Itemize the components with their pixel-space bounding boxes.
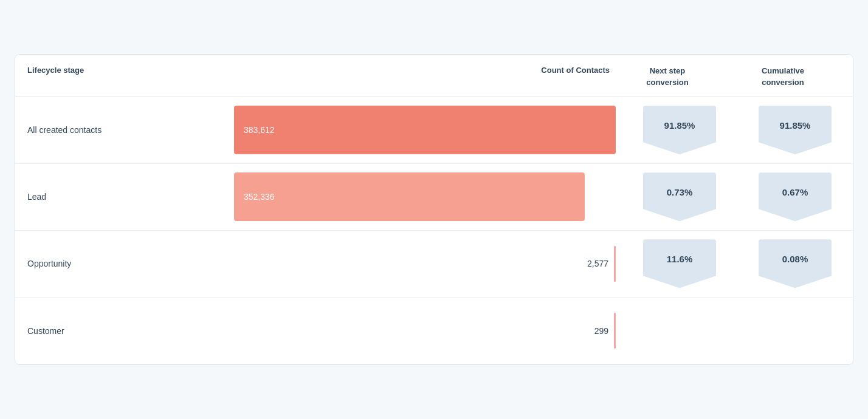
bar-count-all-created: 383,612: [244, 125, 275, 135]
cumulative-badge-opportunity: 0.08%: [759, 239, 832, 288]
table-row: Opportunity 2,577 11.6% 0.08%: [15, 231, 853, 298]
bar-count-lead: 352,336: [244, 192, 275, 202]
bar-cell-lead: 352,336: [234, 166, 622, 228]
next-step-cell-all-created: 91.85%: [622, 100, 737, 160]
cumulative-empty-customer: [737, 325, 853, 337]
row-label-customer: Customer: [15, 314, 234, 348]
bar-count-customer: 299: [594, 326, 608, 336]
funnel-table: Lifecycle stage Count of Contacts Next s…: [15, 54, 853, 364]
bar-cell-all-created: 383,612: [234, 99, 622, 161]
cumulative-cell-lead: 0.67%: [737, 166, 853, 227]
header-cumulative: Cumulative conversion: [725, 66, 841, 87]
header-next-step: Next step conversion: [610, 66, 725, 87]
next-step-badge-opportunity: 11.6%: [643, 239, 716, 288]
bar-count-opportunity: 2,577: [587, 259, 608, 268]
bar-cell-opportunity: 2,577: [234, 233, 622, 295]
header-lifecycle-stage: Lifecycle stage: [27, 66, 246, 87]
row-label-all-created: All created contacts: [15, 113, 234, 147]
next-step-empty-customer: [622, 325, 737, 337]
table-header: Lifecycle stage Count of Contacts Next s…: [15, 55, 853, 96]
next-step-cell-opportunity: 11.6%: [622, 233, 737, 294]
table-row: All created contacts 383,612 91.85% 91.8…: [15, 97, 853, 164]
table-row: Lead 352,336 0.73% 0.67%: [15, 164, 853, 231]
row-label-lead: Lead: [15, 180, 234, 214]
cumulative-badge-all-created: 91.85%: [759, 106, 832, 154]
cumulative-cell-opportunity: 0.08%: [737, 233, 853, 294]
cumulative-cell-all-created: 91.85%: [737, 100, 853, 160]
cumulative-badge-lead: 0.67%: [759, 172, 832, 221]
bar-cell-customer: 299: [234, 300, 622, 362]
next-step-cell-lead: 0.73%: [622, 166, 737, 227]
header-count: Count of Contacts: [246, 66, 610, 87]
small-bar-customer: [614, 313, 616, 349]
table-row: Customer 299: [15, 298, 853, 364]
next-step-badge-lead: 0.73%: [643, 172, 716, 221]
row-label-opportunity: Opportunity: [15, 247, 234, 281]
next-step-badge-all-created: 91.85%: [643, 106, 716, 154]
small-bar-opportunity: [614, 246, 616, 282]
